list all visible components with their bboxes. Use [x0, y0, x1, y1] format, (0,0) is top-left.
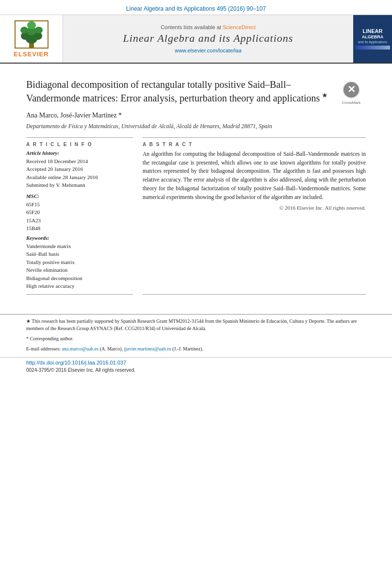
email1-name: (A. Marco), [98, 346, 124, 351]
doi-link[interactable]: http://dx.doi.org/10.1016/j.laa.2016.01.… [26, 360, 126, 365]
accepted-line: Accepted 20 January 2016 [26, 165, 133, 173]
received-line: Received 18 December 2014 [26, 157, 133, 166]
corresponding-note-text: * Corresponding author. [26, 336, 73, 341]
article-info-header: A R T I C L E I N F O [26, 142, 133, 147]
svg-point-7 [27, 21, 36, 29]
msc-65f15: 65F15 [26, 200, 133, 209]
authors-text: Ana Marco, José-Javier Martínez * [26, 112, 122, 119]
crossmark-label: CrossMark [342, 100, 361, 105]
elsevier-url-link[interactable]: www.elsevier.com/locate/laa [175, 48, 242, 53]
cover-subtitle: and its Applications [358, 40, 387, 44]
msc-65f20: 65F20 [26, 208, 133, 216]
keyword-neville: Neville elimination [26, 266, 133, 274]
author-affiliation: Departamento de Física y Matemáticas, Un… [26, 122, 366, 131]
doi-section: http://dx.doi.org/10.1016/j.laa.2016.01.… [0, 357, 392, 378]
abstract-header: A B S T R A C T [143, 142, 366, 147]
main-content: Bidiagonal decomposition of rectangular … [0, 64, 392, 310]
star-footnote-text: ★ This research has been partially suppo… [26, 318, 357, 331]
abstract-col: A B S T R A C T An algorithm for computi… [143, 137, 366, 295]
available-line: Available online 28 January 2016 [26, 173, 133, 182]
journal-citation-link[interactable]: Linear Algebra and its Applications 495 … [126, 5, 266, 12]
msc-header: MSC: [26, 193, 133, 199]
contents-available-text: Contents lists available at [161, 24, 221, 30]
journal-title-block: Contents lists available at ScienceDirec… [63, 15, 353, 63]
journal-title-main: Linear Algebra and its Applications [123, 32, 294, 45]
two-col-section: A R T I C L E I N F O Article history: R… [26, 137, 366, 295]
sciencedirect-link[interactable]: ScienceDirect [223, 24, 256, 30]
email-label-text: E-mail addresses: [26, 346, 61, 351]
star-footnote: ★ This research has been partially suppo… [26, 317, 366, 332]
elsevier-label: ELSEVIER [14, 50, 49, 58]
issn-line: 0024-3795/© 2016 Elsevier Inc. All right… [26, 367, 366, 373]
svg-point-6 [35, 27, 43, 33]
page-container: Linear Algebra and its Applications 495 … [0, 0, 392, 564]
cover-title-line1: LINEAR [362, 28, 384, 34]
submitted-line: Submitted by V. Mehrmann [26, 181, 133, 189]
keyword-totally-positive: Totally positive matrix [26, 258, 133, 266]
msc-15a23: 15A23 [26, 216, 133, 225]
abstract-text: An algorithm for computing the bidiagona… [143, 150, 366, 202]
authors-line: Ana Marco, José-Javier Martínez * [26, 112, 366, 119]
keyword-vandermonde: Vandermonde matrix [26, 242, 133, 250]
cover-stripe [355, 46, 390, 50]
keyword-bidiagonal: Bidiagonal decomposition [26, 274, 133, 282]
journal-header: ELSEVIER Contents lists available at Sci… [0, 15, 392, 64]
article-title: Bidiagonal decomposition of rectangular … [26, 78, 332, 105]
keywords-block: Keywords: Vandermonde matrix Said–Ball b… [26, 235, 133, 290]
footnotes-section: ★ This research has been partially suppo… [0, 314, 392, 352]
keyword-said-ball: Said–Ball basis [26, 250, 133, 258]
email1-link[interactable]: ana.marco@uah.es [62, 346, 98, 351]
star-symbol: ★ [320, 92, 328, 99]
journal-citation-bar: Linear Algebra and its Applications 495 … [0, 0, 392, 15]
email2-name: (J.-J. Martínez). [171, 346, 203, 351]
svg-point-5 [20, 27, 28, 33]
article-info-col: A R T I C L E I N F O Article history: R… [26, 137, 133, 295]
article-title-text: Bidiagonal decomposition of rectangular … [26, 79, 320, 103]
article-title-section: Bidiagonal decomposition of rectangular … [26, 78, 366, 105]
email2-link[interactable]: jjavier.martinez@uah.es [124, 346, 171, 351]
corresponding-footnote: * Corresponding author. [26, 335, 366, 342]
cover-title-line2: ALGEBRA [362, 34, 384, 39]
article-history-header: Article history: [26, 150, 133, 156]
msc-15b48: 15B48 [26, 224, 133, 232]
keyword-high-accuracy: High relative accuracy [26, 282, 133, 290]
svg-text:✕: ✕ [347, 84, 356, 95]
email-footnote: E-mail addresses: ana.marco@uah.es (A. M… [26, 345, 366, 352]
elsevier-logo-block: ELSEVIER [0, 15, 63, 63]
crossmark-icon: ✕ [342, 80, 361, 100]
cover-title: LINEAR ALGEBRA [362, 28, 384, 40]
elsevier-tree-icon [15, 20, 49, 50]
sciencedirect-line: Contents lists available at ScienceDirec… [161, 24, 256, 30]
crossmark-block: ✕ CrossMark [337, 80, 366, 105]
affiliation-text: Departamento de Física y Matemáticas, Un… [26, 123, 272, 130]
copyright-line: © 2016 Elsevier Inc. All rights reserved… [143, 205, 366, 211]
journal-cover-block: LINEAR ALGEBRA and its Applications [353, 15, 392, 63]
keywords-header: Keywords: [26, 235, 133, 241]
